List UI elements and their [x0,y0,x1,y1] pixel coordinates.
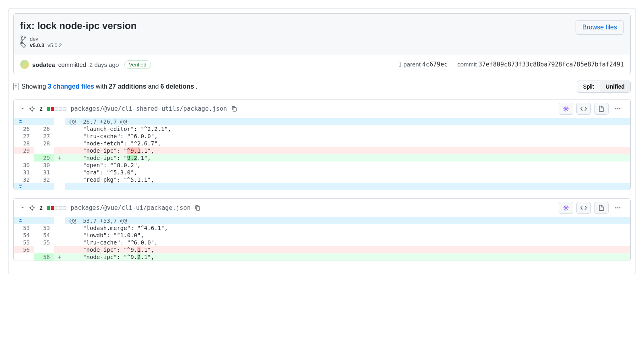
view-source-button[interactable] [576,103,591,115]
old-line-number[interactable]: 53 [14,224,34,232]
code-cell: "lowdb": "^1.0.0", [65,232,630,239]
view-source-button[interactable] [576,202,591,214]
new-line-number[interactable] [34,246,54,253]
code-cell: "lru-cache": "^6.0.0", [65,133,630,140]
additions-count: 27 additions [109,83,146,90]
new-line-number[interactable]: 56 [34,253,54,261]
branch-icon [20,35,27,42]
diff-line: 29- "node-ipc": "^9.1.1", [14,147,630,154]
diff-line: 56- "node-ipc": "^9.1.1", [14,246,630,253]
split-button[interactable]: Split [577,81,600,93]
code-cell: "node-ipc": "9.2.1", [65,154,630,162]
diff-line: 3131 "ora": "^5.3.0", [14,169,630,176]
svg-point-11 [619,207,621,209]
tag-1[interactable]: v5.0.2 [47,42,62,48]
svg-point-10 [617,207,619,209]
svg-point-1 [21,40,23,41]
svg-point-5 [615,108,617,110]
code-cell: "node-fetch": "^2.6.7", [65,140,630,147]
svg-point-0 [21,36,23,37]
copy-path-icon[interactable] [194,205,201,211]
file-diff-box: 2packages/@vue/cli-shared-utils/package.… [13,99,631,190]
new-line-number[interactable]: 32 [34,176,54,183]
copy-path-icon[interactable] [231,106,237,112]
diff-table: @@ -26,7 +26,7 @@2626 "launch-editor": "… [14,118,630,190]
review-star-button[interactable] [559,103,573,115]
new-line-number[interactable]: 29 [34,154,54,162]
commit-meta-row: sodatea committed 2 days ago Verified 1 … [14,55,630,74]
new-line-number[interactable]: 28 [34,140,54,147]
diff-line: 2727 "lru-cache": "^6.0.0", [14,133,630,140]
tag-icon [20,42,27,48]
diff-marker [54,224,65,232]
diff-marker [54,133,65,140]
branch-name[interactable]: dev [30,36,38,42]
new-line-number[interactable]: 26 [34,125,54,133]
changed-files-link[interactable]: 3 changed files [47,83,94,90]
commit-header: fix: lock node-ipc version dev v5.0.3 v5… [14,14,630,55]
diff-line: 5454 "lowdb": "^1.0.0", [14,232,630,239]
hunk-header: @@ -53,7 +53,7 @@ [65,217,630,224]
svg-point-9 [615,207,617,209]
svg-point-3 [21,43,22,44]
old-line-number[interactable]: 32 [14,176,34,183]
file-menu-icon[interactable] [612,106,624,112]
new-line-number[interactable]: 55 [34,239,54,246]
old-line-number[interactable]: 54 [14,232,34,239]
new-line-number[interactable] [34,147,54,154]
file-menu-icon[interactable] [612,205,624,211]
expand-all-icon[interactable] [29,205,35,211]
author-link[interactable]: sodatea [32,61,55,68]
expand-all-icon[interactable] [29,106,35,112]
expand-up-button[interactable] [14,217,54,224]
hunk-header: @@ -26,7 +26,7 @@ [65,118,630,125]
expand-down-button[interactable] [14,183,54,190]
new-line-number[interactable]: 27 [34,133,54,140]
commit-time: 2 days ago [89,61,119,68]
old-line-number[interactable] [14,253,34,261]
diff-stat-squares [47,107,66,111]
avatar[interactable] [20,60,29,69]
old-line-number[interactable]: 26 [14,125,34,133]
diff-line: 2626 "launch-editor": "^2.2.1", [14,125,630,133]
new-line-number[interactable]: 31 [34,169,54,176]
parent-sha[interactable]: 4c679ec [422,61,448,68]
new-line-number[interactable]: 30 [34,162,54,169]
code-cell: "node-ipc": "^9.1.1", [65,147,630,154]
new-line-number[interactable]: 53 [34,224,54,232]
view-file-button[interactable] [594,202,609,214]
diff-stat-squares [47,206,66,210]
view-file-button[interactable] [594,103,609,115]
code-cell: "lru-cache": "^6.0.0", [65,239,630,246]
old-line-number[interactable]: 29 [14,147,34,154]
svg-rect-8 [196,207,200,210]
file-path-link[interactable]: packages/@vue/cli-ui/package.json [70,204,190,211]
expand-up-button[interactable] [14,118,54,125]
old-line-number[interactable]: 28 [14,140,34,147]
code-cell: "node-ipc": "^9.2.1", [65,253,630,261]
browse-files-button[interactable]: Browse files [576,20,624,35]
verified-badge[interactable]: Verified [124,60,151,69]
diff-line: 56+ "node-ipc": "^9.2.1", [14,253,630,261]
file-path-link[interactable]: packages/@vue/cli-shared-utils/package.j… [70,105,227,112]
svg-rect-4 [233,108,236,111]
file-header: 2packages/@vue/cli-shared-utils/package.… [14,99,630,118]
review-star-button[interactable] [559,202,573,214]
diff-icon [13,83,19,90]
new-line-number[interactable]: 54 [34,232,54,239]
svg-point-6 [617,108,619,110]
unified-button[interactable]: Unified [600,81,631,93]
old-line-number[interactable]: 27 [14,133,34,140]
code-cell: "lodash.merge": "^4.6.1", [65,224,630,232]
old-line-number[interactable]: 31 [14,169,34,176]
diff-table: @@ -53,7 +53,7 @@5353 "lodash.merge": "^… [14,217,630,261]
code-cell: "launch-editor": "^2.2.1", [65,125,630,133]
old-line-number[interactable]: 56 [14,246,34,253]
tag-0[interactable]: v5.0.3 [30,42,44,48]
old-line-number[interactable]: 30 [14,162,34,169]
chevron-down-icon[interactable] [20,205,25,210]
old-line-number[interactable]: 55 [14,239,34,246]
commit-info: commit 37ef809c873f33c88ba7928fca785e87b… [457,61,624,68]
old-line-number[interactable] [14,154,34,162]
chevron-down-icon[interactable] [20,106,25,111]
